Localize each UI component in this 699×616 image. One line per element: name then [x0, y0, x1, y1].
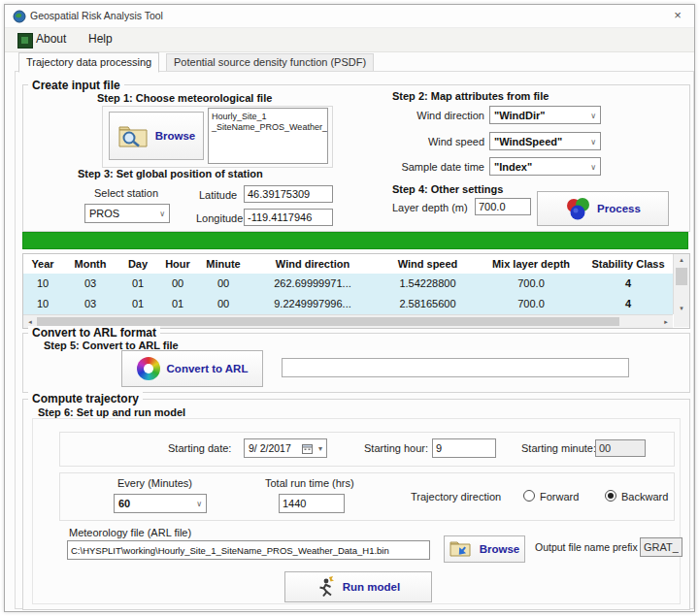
close-icon[interactable]: ×: [667, 7, 688, 24]
window-title: Geospatial Risk Analysis Tool: [30, 10, 163, 21]
longitude-label: Longitude: [196, 212, 243, 224]
scroll-up-icon[interactable]: ▴: [674, 256, 689, 264]
create-input-legend: Create input file: [28, 79, 124, 92]
layer-depth-label: Layer depth (m): [392, 202, 468, 213]
browse-arl-file-label: Browse: [480, 543, 520, 555]
step3-title: Step 3: Set global position of station: [78, 168, 263, 179]
wind-speed-select[interactable]: "WindSpeed" ∨: [489, 132, 601, 150]
col-header[interactable]: Hour: [157, 254, 198, 274]
select-station-label: Select station: [94, 187, 158, 199]
met-arl-file-input[interactable]: [67, 540, 430, 560]
menu-about[interactable]: About: [36, 32, 66, 46]
rgb-spheres-icon: [565, 196, 590, 221]
wind-direction-select[interactable]: "WindDir" ∨: [489, 106, 601, 124]
tab-psdf[interactable]: Potential source density function (PSDF): [166, 53, 374, 72]
weather-data-table: YearMonthDayHourMinuteWind directionWind…: [22, 253, 690, 329]
run-model-label: Run model: [343, 581, 400, 593]
horizontal-scroll-thumb[interactable]: [37, 317, 619, 326]
latitude-input[interactable]: [244, 185, 333, 203]
starting-date-picker[interactable]: 9/ 2/2017 ▾: [244, 438, 327, 458]
starting-hour-label: Starting hour:: [364, 442, 428, 454]
cell: 01: [157, 294, 198, 314]
browse-met-file-label: Browse: [155, 130, 196, 142]
longitude-input[interactable]: [244, 209, 333, 226]
app-icon: [13, 10, 26, 23]
step6-title: Step 6: Set up and run model: [38, 406, 185, 418]
cell: 01: [118, 294, 157, 314]
starting-hour-input[interactable]: [432, 438, 496, 458]
scroll-right-icon[interactable]: ▸: [661, 318, 671, 326]
every-minutes-select[interactable]: 60 ∨: [114, 494, 207, 513]
chevron-down-icon: ▾: [318, 444, 322, 453]
cell: 00: [198, 294, 249, 314]
sample-date-time-label: Sample date time: [392, 161, 484, 173]
menu-bar: About Help: [5, 28, 694, 52]
chevron-down-icon: ∨: [590, 111, 596, 119]
station-value: PROS: [89, 208, 119, 219]
col-header[interactable]: Year: [23, 254, 62, 274]
scroll-left-icon[interactable]: ◂: [25, 318, 35, 326]
station-select[interactable]: PROS ∨: [84, 204, 170, 223]
total-run-time-label: Total run time (hrs): [265, 477, 354, 489]
layer-depth-input[interactable]: [475, 198, 531, 215]
step2-title: Step 2: Map attributes from file: [392, 90, 549, 102]
about-icon: [17, 33, 33, 49]
cell: 00: [157, 274, 198, 294]
convert-to-arl-button[interactable]: Convert to ARL: [121, 350, 263, 387]
runner-icon: [316, 576, 336, 598]
col-header[interactable]: Mix layer depth: [479, 254, 583, 274]
every-minutes-value: 60: [118, 498, 130, 509]
table-row[interactable]: 10030101009.2249997996...2.58165600700.0…: [23, 294, 673, 314]
process-button[interactable]: Process: [537, 191, 669, 226]
total-run-time-input[interactable]: [279, 494, 345, 513]
tab-trajectory-data-processing[interactable]: Trajectory data processing: [18, 52, 159, 73]
table-row[interactable]: 1003010000262.69999971...1.54228800700.0…: [23, 274, 673, 294]
starting-minute-input[interactable]: [595, 439, 646, 457]
title-bar: Geospatial Risk Analysis Tool ×: [5, 5, 694, 28]
forward-radio-label[interactable]: Forward: [540, 491, 579, 503]
col-header[interactable]: Minute: [198, 254, 249, 274]
browse-met-file-button[interactable]: Browse: [109, 112, 204, 160]
latitude-label: Latitude: [199, 189, 237, 201]
vertical-scrollbar[interactable]: ▴ ▾: [673, 254, 689, 314]
backward-radio-label[interactable]: Backward: [621, 491, 668, 503]
browse-arl-file-button[interactable]: Browse: [444, 535, 525, 563]
tab-strip: Trajectory data processing Potential sou…: [5, 51, 694, 72]
chevron-down-icon: ∨: [196, 500, 202, 508]
col-header[interactable]: Wind speed: [377, 254, 479, 274]
met-file-name-box[interactable]: Hourly_Site_1 _SiteName_PROS_Weather_Dat…: [208, 108, 328, 164]
output-prefix-label: Output file name prefix: [535, 541, 638, 553]
run-model-button[interactable]: Run model: [284, 571, 432, 602]
wind-direction-value: "WindDir": [494, 110, 546, 121]
cell: 262.69999971...: [249, 274, 377, 294]
cell: 4: [583, 294, 673, 314]
col-header[interactable]: Day: [118, 254, 157, 274]
vertical-scroll-thumb[interactable]: [676, 268, 687, 285]
process-label: Process: [597, 203, 641, 214]
output-prefix-input[interactable]: [640, 537, 682, 557]
table-header-row: YearMonthDayHourMinuteWind directionWind…: [23, 254, 673, 275]
cell: 10: [23, 294, 62, 314]
step1-title: Step 1: Choose meteorological file: [97, 92, 272, 104]
starting-date-label: Starting date:: [168, 442, 231, 454]
sample-date-time-value: "Index": [494, 161, 532, 173]
convert-arl-legend: Convert to ARL format: [28, 326, 160, 340]
scroll-down-icon[interactable]: ▾: [674, 305, 689, 312]
starting-date-value: 9/ 2/2017: [249, 442, 291, 454]
folder-arrow-icon: [449, 539, 473, 559]
col-header[interactable]: Wind direction: [249, 254, 377, 274]
forward-radio[interactable]: [523, 490, 535, 502]
progress-bar: [22, 232, 688, 249]
cell: 4: [583, 274, 673, 294]
app-window: Geospatial Risk Analysis Tool × About He…: [4, 4, 695, 612]
col-header[interactable]: Month: [62, 254, 118, 274]
cell: 2.58165600: [377, 294, 479, 314]
sample-date-time-select[interactable]: "Index" ∨: [489, 157, 601, 176]
starting-minute-label: Starting minute:: [521, 442, 596, 454]
calendar-icon: [302, 443, 313, 454]
cell: 10: [23, 274, 62, 294]
trajectory-direction-label: Trajectory direction: [411, 491, 501, 503]
menu-help[interactable]: Help: [88, 32, 113, 46]
backward-radio[interactable]: [605, 490, 616, 502]
col-header[interactable]: Stability Class: [583, 254, 673, 274]
